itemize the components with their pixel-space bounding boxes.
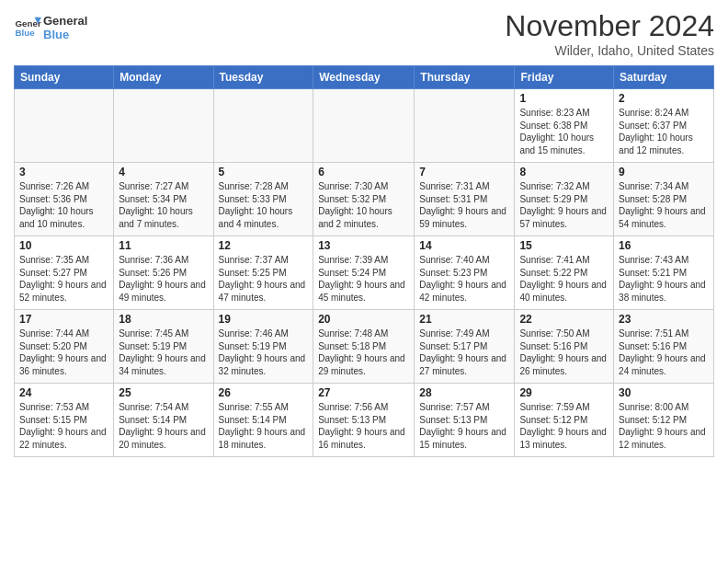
week-row-1: 3Sunrise: 7:26 AM Sunset: 5:36 PM Daylig… <box>15 163 714 236</box>
day-info: Sunrise: 7:54 AM Sunset: 5:14 PM Dayligh… <box>119 401 208 451</box>
day-number: 3 <box>19 166 108 178</box>
day-cell: 1Sunrise: 8:23 AM Sunset: 6:38 PM Daylig… <box>515 89 614 163</box>
day-cell: 17Sunrise: 7:44 AM Sunset: 5:20 PM Dayli… <box>15 310 114 384</box>
week-row-3: 17Sunrise: 7:44 AM Sunset: 5:20 PM Dayli… <box>15 310 714 384</box>
page: General Blue General Blue November 2024 … <box>0 0 728 466</box>
day-header-saturday: Saturday <box>614 66 714 89</box>
day-number: 22 <box>519 313 609 326</box>
day-cell: 26Sunrise: 7:55 AM Sunset: 5:14 PM Dayli… <box>213 384 313 457</box>
day-info: Sunrise: 7:55 AM Sunset: 5:14 PM Dayligh… <box>219 401 309 451</box>
day-cell: 5Sunrise: 7:28 AM Sunset: 5:33 PM Daylig… <box>213 163 313 236</box>
day-info: Sunrise: 7:56 AM Sunset: 5:13 PM Dayligh… <box>318 401 409 451</box>
day-info: Sunrise: 8:23 AM Sunset: 6:38 PM Dayligh… <box>519 107 609 156</box>
day-cell <box>15 89 114 163</box>
day-info: Sunrise: 7:28 AM Sunset: 5:33 PM Dayligh… <box>219 180 309 230</box>
day-info: Sunrise: 7:59 AM Sunset: 5:12 PM Dayligh… <box>519 401 609 451</box>
day-info: Sunrise: 7:43 AM Sunset: 5:21 PM Dayligh… <box>619 254 709 304</box>
day-info: Sunrise: 7:44 AM Sunset: 5:20 PM Dayligh… <box>19 327 108 377</box>
day-number: 24 <box>19 386 108 399</box>
day-cell: 18Sunrise: 7:45 AM Sunset: 5:19 PM Dayli… <box>114 310 213 384</box>
day-info: Sunrise: 7:39 AM Sunset: 5:24 PM Dayligh… <box>318 254 409 304</box>
day-cell: 10Sunrise: 7:35 AM Sunset: 5:27 PM Dayli… <box>15 236 114 310</box>
day-number: 25 <box>119 386 208 399</box>
logo-line2: Blue <box>43 28 87 41</box>
day-number: 2 <box>619 92 709 105</box>
day-header-monday: Monday <box>114 66 213 89</box>
week-row-0: 1Sunrise: 8:23 AM Sunset: 6:38 PM Daylig… <box>15 89 714 163</box>
day-cell: 20Sunrise: 7:48 AM Sunset: 5:18 PM Dayli… <box>313 310 415 384</box>
day-number: 8 <box>519 166 609 178</box>
day-number: 30 <box>619 386 709 399</box>
day-cell <box>213 89 313 163</box>
day-info: Sunrise: 7:27 AM Sunset: 5:34 PM Dayligh… <box>119 180 208 230</box>
day-cell: 22Sunrise: 7:50 AM Sunset: 5:16 PM Dayli… <box>515 310 614 384</box>
day-cell: 29Sunrise: 7:59 AM Sunset: 5:12 PM Dayli… <box>515 384 614 457</box>
day-number: 13 <box>318 239 409 252</box>
day-cell: 15Sunrise: 7:41 AM Sunset: 5:22 PM Dayli… <box>515 236 614 310</box>
day-info: Sunrise: 7:45 AM Sunset: 5:19 PM Dayligh… <box>119 327 208 377</box>
day-info: Sunrise: 7:57 AM Sunset: 5:13 PM Dayligh… <box>419 401 509 451</box>
day-header-thursday: Thursday <box>415 66 515 89</box>
day-cell: 7Sunrise: 7:31 AM Sunset: 5:31 PM Daylig… <box>415 163 515 236</box>
day-cell: 3Sunrise: 7:26 AM Sunset: 5:36 PM Daylig… <box>15 163 114 236</box>
day-number: 20 <box>318 313 409 326</box>
month-title: November 2024 <box>505 9 714 43</box>
day-number: 11 <box>119 239 208 252</box>
day-cell: 25Sunrise: 7:54 AM Sunset: 5:14 PM Dayli… <box>114 384 213 457</box>
day-cell: 23Sunrise: 7:51 AM Sunset: 5:16 PM Dayli… <box>614 310 714 384</box>
calendar-header-row: SundayMondayTuesdayWednesdayThursdayFrid… <box>15 66 714 89</box>
day-number: 19 <box>219 313 309 326</box>
day-number: 9 <box>619 166 709 178</box>
day-info: Sunrise: 7:30 AM Sunset: 5:32 PM Dayligh… <box>318 180 409 230</box>
day-number: 4 <box>119 166 208 178</box>
day-cell: 8Sunrise: 7:32 AM Sunset: 5:29 PM Daylig… <box>515 163 614 236</box>
day-info: Sunrise: 7:31 AM Sunset: 5:31 PM Dayligh… <box>419 180 509 230</box>
day-cell: 11Sunrise: 7:36 AM Sunset: 5:26 PM Dayli… <box>114 236 213 310</box>
day-cell: 28Sunrise: 7:57 AM Sunset: 5:13 PM Dayli… <box>415 384 515 457</box>
day-cell: 13Sunrise: 7:39 AM Sunset: 5:24 PM Dayli… <box>313 236 415 310</box>
day-number: 21 <box>419 313 509 326</box>
day-cell: 2Sunrise: 8:24 AM Sunset: 6:37 PM Daylig… <box>614 89 714 163</box>
logo-icon: General Blue <box>14 14 41 41</box>
day-number: 10 <box>19 239 108 252</box>
day-info: Sunrise: 7:36 AM Sunset: 5:26 PM Dayligh… <box>119 254 208 304</box>
logo-line1: General <box>43 14 87 28</box>
day-info: Sunrise: 7:46 AM Sunset: 5:19 PM Dayligh… <box>219 327 309 377</box>
day-cell: 21Sunrise: 7:49 AM Sunset: 5:17 PM Dayli… <box>415 310 515 384</box>
location: Wilder, Idaho, United States <box>505 43 714 58</box>
day-cell: 16Sunrise: 7:43 AM Sunset: 5:21 PM Dayli… <box>614 236 714 310</box>
day-cell: 4Sunrise: 7:27 AM Sunset: 5:34 PM Daylig… <box>114 163 213 236</box>
day-number: 16 <box>619 239 709 252</box>
day-number: 5 <box>219 166 309 178</box>
day-info: Sunrise: 7:32 AM Sunset: 5:29 PM Dayligh… <box>519 180 609 230</box>
day-info: Sunrise: 7:34 AM Sunset: 5:28 PM Dayligh… <box>619 180 709 230</box>
day-cell: 30Sunrise: 8:00 AM Sunset: 5:12 PM Dayli… <box>614 384 714 457</box>
day-header-tuesday: Tuesday <box>213 66 313 89</box>
day-cell <box>313 89 415 163</box>
day-number: 23 <box>619 313 709 326</box>
day-info: Sunrise: 7:51 AM Sunset: 5:16 PM Dayligh… <box>619 327 709 377</box>
day-info: Sunrise: 8:24 AM Sunset: 6:37 PM Dayligh… <box>619 107 709 156</box>
day-info: Sunrise: 7:35 AM Sunset: 5:27 PM Dayligh… <box>19 254 108 304</box>
day-info: Sunrise: 7:37 AM Sunset: 5:25 PM Dayligh… <box>219 254 309 304</box>
day-info: Sunrise: 7:40 AM Sunset: 5:23 PM Dayligh… <box>419 254 509 304</box>
day-number: 29 <box>519 386 609 399</box>
day-cell <box>114 89 213 163</box>
day-cell: 14Sunrise: 7:40 AM Sunset: 5:23 PM Dayli… <box>415 236 515 310</box>
day-number: 14 <box>419 239 509 252</box>
day-info: Sunrise: 7:53 AM Sunset: 5:15 PM Dayligh… <box>19 401 108 451</box>
day-info: Sunrise: 8:00 AM Sunset: 5:12 PM Dayligh… <box>619 401 709 451</box>
logo: General Blue General Blue <box>14 14 87 41</box>
day-number: 7 <box>419 166 509 178</box>
day-number: 26 <box>219 386 309 399</box>
week-row-4: 24Sunrise: 7:53 AM Sunset: 5:15 PM Dayli… <box>15 384 714 457</box>
svg-text:Blue: Blue <box>16 28 36 38</box>
day-cell <box>415 89 515 163</box>
day-header-sunday: Sunday <box>15 66 114 89</box>
day-number: 28 <box>419 386 509 399</box>
day-cell: 19Sunrise: 7:46 AM Sunset: 5:19 PM Dayli… <box>213 310 313 384</box>
day-number: 15 <box>519 239 609 252</box>
day-number: 1 <box>519 92 609 105</box>
day-info: Sunrise: 7:41 AM Sunset: 5:22 PM Dayligh… <box>519 254 609 304</box>
day-cell: 24Sunrise: 7:53 AM Sunset: 5:15 PM Dayli… <box>15 384 114 457</box>
